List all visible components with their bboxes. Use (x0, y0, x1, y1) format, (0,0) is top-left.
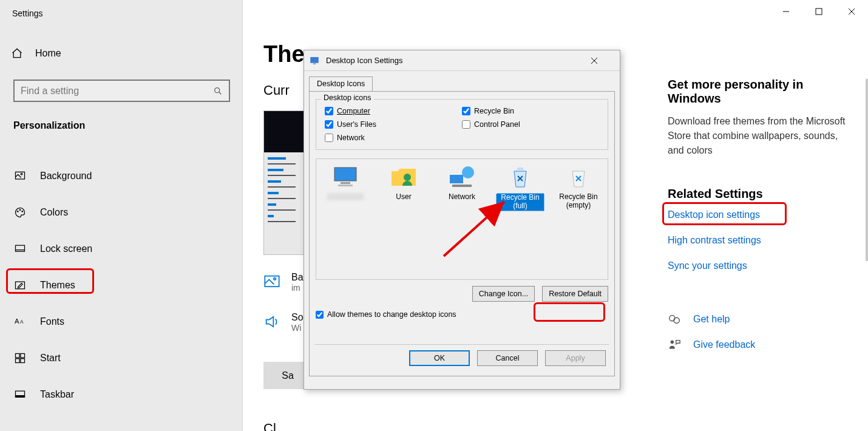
desktop-icon-settings-dialog: Desktop Icon Settings Desktop Icons Desk… (303, 50, 620, 390)
group-legend: Desktop icons (321, 93, 374, 102)
button-label: Restore Default (549, 290, 602, 298)
checkbox-input[interactable] (462, 120, 470, 129)
svg-rect-6 (16, 245, 25, 251)
nav-fonts[interactable]: AA Fonts (0, 304, 242, 340)
tab-desktop-icons[interactable]: Desktop Icons (309, 76, 373, 92)
personality-title: Get more personality in Windows (668, 78, 850, 106)
nav-home[interactable]: Home (11, 47, 61, 59)
setting-title: Ba (291, 272, 303, 283)
icon-label (327, 193, 364, 200)
checkbox-input[interactable] (462, 107, 470, 115)
svg-point-4 (19, 209, 21, 211)
svg-point-18 (274, 278, 276, 280)
change-icon-button[interactable]: Change Icon... (472, 286, 535, 302)
change-theme-heading: Cl (263, 421, 276, 431)
checkbox-input[interactable] (325, 107, 333, 115)
nav-start[interactable]: Start (0, 340, 242, 376)
nav-background[interactable]: Background (0, 158, 242, 194)
icon-recycle-bin-empty[interactable]: Recycle Bin (empty) (554, 165, 603, 210)
icon-network[interactable]: Network (438, 165, 486, 202)
get-help-row[interactable]: Get help (668, 313, 850, 326)
search-input[interactable] (21, 86, 213, 97)
button-label: OK (434, 354, 445, 362)
allow-themes-checkbox[interactable]: Allow themes to change desktop icons (316, 310, 608, 319)
setting-sub: Wi (291, 323, 303, 333)
checkbox-users-files[interactable]: User's Files (325, 120, 462, 129)
checkbox-input[interactable] (325, 120, 333, 129)
apply-button[interactable]: Apply (545, 350, 606, 366)
nav-list: Background Colors Lock screen Themes AA … (0, 158, 242, 413)
checkbox-label: User's Files (337, 120, 376, 129)
search-box[interactable] (13, 80, 230, 102)
cancel-button[interactable]: Cancel (477, 350, 538, 366)
nav-item-label: Colors (40, 207, 68, 218)
dialog-title: Desktop Icon Settings (326, 56, 591, 65)
checkbox-input[interactable] (325, 134, 333, 142)
nav-themes[interactable]: Themes (0, 267, 242, 304)
icon-this-pc[interactable] (321, 165, 370, 203)
right-column: Get more personality in Windows Download… (668, 78, 850, 351)
setting-row-background[interactable]: Ba im (263, 272, 303, 293)
page-title: The (263, 41, 305, 67)
dialog-close-button[interactable] (591, 57, 615, 64)
network-icon (447, 165, 476, 189)
give-feedback-row[interactable]: Give feedback (668, 338, 850, 351)
personality-body: Download free themes from the Microsoft … (668, 114, 850, 158)
icon-user[interactable]: User (379, 165, 428, 202)
checkbox-computer[interactable]: Computer (325, 107, 462, 115)
ok-button[interactable]: OK (409, 350, 470, 366)
tab-body: Desktop icons Computer Recycle Bin User'… (309, 91, 615, 376)
current-theme-heading: Curr (263, 83, 290, 98)
maximize-button[interactable] (802, 0, 835, 23)
close-button[interactable] (835, 0, 868, 23)
taskbar-icon (13, 388, 27, 401)
svg-rect-25 (341, 182, 350, 184)
icon-label: User (396, 192, 411, 201)
picture-icon (263, 273, 280, 290)
checkbox-recycle-bin[interactable]: Recycle Bin (462, 107, 599, 115)
svg-point-5 (22, 211, 23, 212)
dialog-titlebar[interactable]: Desktop Icon Settings (304, 50, 620, 71)
setting-row-sounds[interactable]: So Wi (263, 312, 303, 333)
svg-point-27 (404, 174, 411, 181)
recycle-bin-full-icon (506, 165, 535, 189)
checkbox-label: Network (337, 134, 365, 142)
icon-label: Recycle Bin (full) (496, 193, 544, 211)
lockscreen-icon (13, 242, 27, 256)
help-icon (668, 313, 681, 326)
svg-rect-24 (334, 168, 356, 181)
svg-point-20 (674, 317, 679, 323)
svg-rect-26 (338, 185, 353, 186)
minimize-button[interactable] (770, 0, 802, 23)
nav-lockscreen[interactable]: Lock screen (0, 231, 242, 267)
nav-colors[interactable]: Colors (0, 194, 242, 231)
user-folder-icon (389, 165, 418, 189)
nav-item-label: Fonts (40, 316, 64, 327)
link-sync-settings[interactable]: Sync your settings (668, 260, 850, 271)
checkbox-control-panel[interactable]: Control Panel (462, 120, 599, 129)
restore-default-button[interactable]: Restore Default (542, 286, 608, 302)
nav-item-label: Start (40, 353, 61, 364)
svg-rect-10 (16, 354, 20, 358)
icon-recycle-bin-full[interactable]: Recycle Bin (full) (496, 165, 544, 211)
get-help-label: Get help (693, 314, 730, 325)
scrollbar[interactable] (866, 79, 868, 261)
theme-preview (263, 110, 304, 255)
svg-rect-12 (16, 359, 20, 363)
link-desktop-icon-settings[interactable]: Desktop icon settings (668, 209, 850, 220)
checkbox-input[interactable] (316, 311, 324, 319)
nav-taskbar[interactable]: Taskbar (0, 376, 242, 413)
start-grid-icon (13, 351, 27, 365)
checkbox-label: Allow themes to change desktop icons (327, 310, 456, 319)
svg-text:A: A (20, 319, 24, 325)
category-title: Personalization (13, 120, 85, 131)
checkbox-network[interactable]: Network (325, 134, 462, 142)
dialog-app-icon (309, 55, 320, 66)
dialog-footer: OK Cancel Apply (314, 344, 609, 371)
link-high-contrast-settings[interactable]: High contrast settings (668, 235, 850, 246)
setting-title: So (291, 312, 303, 323)
tab-strip: Desktop Icons (309, 76, 620, 91)
svg-point-3 (17, 211, 18, 212)
checkbox-label: Recycle Bin (474, 107, 514, 115)
icon-label: Recycle Bin (empty) (559, 192, 597, 209)
